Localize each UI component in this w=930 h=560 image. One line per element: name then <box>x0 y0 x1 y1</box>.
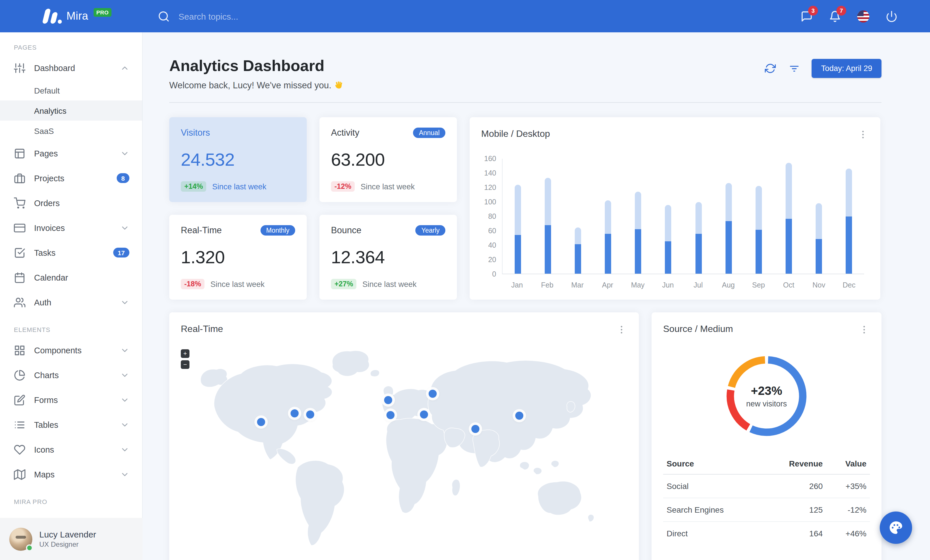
bar-mobile-segment <box>605 234 611 274</box>
map-marker <box>306 410 314 419</box>
stat-card-activity: ActivityAnnual63.200-12%Since last week <box>319 117 457 202</box>
bar-feb <box>533 159 563 274</box>
bar-desktop-segment <box>725 183 732 221</box>
x-tick-label: Jun <box>653 281 684 289</box>
y-tick-label: 40 <box>488 241 496 249</box>
header-divider <box>169 102 881 103</box>
filter-icon[interactable] <box>788 61 801 75</box>
sidebar-section-label: PAGES <box>0 32 142 55</box>
mira-logo-icon <box>42 9 61 24</box>
bar-chart: 020406080100120140160 JanFebMarAprMayJun… <box>481 159 869 293</box>
language-flag-icon[interactable] <box>857 10 869 23</box>
chevron-down-icon <box>120 469 129 479</box>
period-pill: Monthly <box>260 225 295 236</box>
search-input[interactable] <box>177 11 316 21</box>
sidebar-item-dashboard[interactable]: Dashboard <box>0 55 142 80</box>
x-tick-label: Jan <box>502 281 532 289</box>
brand[interactable]: Mira PRO <box>42 0 112 32</box>
bar-desktop-segment <box>785 163 792 219</box>
sidebar-item-icons[interactable]: Icons <box>0 437 142 462</box>
chevron-down-icon <box>120 223 129 232</box>
world-map-svg <box>181 340 627 560</box>
theme-palette-fab[interactable] <box>880 511 912 544</box>
user-avatar <box>9 528 32 551</box>
navbar-search <box>157 0 316 32</box>
map-marker <box>384 396 392 404</box>
sidebar-item-charts[interactable]: Charts <box>0 362 142 387</box>
sidebar-subitem-default[interactable]: Default <box>0 80 142 100</box>
sidebar-section-label: MIRA PRO <box>0 487 142 510</box>
sidebar-subitem-saas[interactable]: SaaS <box>0 121 142 141</box>
stat-title: Bounce <box>331 225 361 236</box>
map-zoom-out-button[interactable]: − <box>181 360 189 369</box>
bar-desktop-segment <box>756 186 762 230</box>
sidebar-item-calendar[interactable]: Calendar <box>0 265 142 290</box>
map-zoom-in-button[interactable]: + <box>181 349 189 358</box>
sidebar-item-tables[interactable]: Tables <box>0 412 142 437</box>
bar-mobile-segment <box>785 219 792 274</box>
bottom-grid: Real-Time + − <box>169 312 881 560</box>
more-vertical-icon[interactable] <box>858 324 870 335</box>
stat-title: Activity <box>331 127 359 138</box>
sidebar-item-forms[interactable]: Forms <box>0 387 142 412</box>
sidebar-item-label: Auth <box>34 298 115 307</box>
search-icon[interactable] <box>157 10 170 23</box>
stat-note: Since last week <box>210 280 265 288</box>
cart-icon <box>14 197 25 209</box>
sidebar-item-label: Charts <box>34 370 115 380</box>
sidebar-item-label: Pages <box>34 149 115 158</box>
bar-desktop-segment <box>665 205 671 241</box>
bar-sep <box>744 159 774 274</box>
pro-badge: PRO <box>94 8 112 17</box>
stat-card-visitors: Visitors24.532+14%Since last week <box>169 117 307 202</box>
power-logout-icon[interactable] <box>885 10 898 23</box>
check-square-icon <box>14 247 25 258</box>
bar-mobile-segment <box>514 235 521 274</box>
chevron-down-icon <box>120 370 129 380</box>
x-tick-label: May <box>623 281 653 289</box>
sidebar-item-maps[interactable]: Maps <box>0 462 142 487</box>
brand-name: Mira <box>66 10 88 23</box>
page-header: Analytics Dashboard Welcome back, Lucy! … <box>169 57 881 91</box>
sidebar-item-projects[interactable]: Projects8 <box>0 166 142 190</box>
chevron-up-icon <box>120 63 129 72</box>
sidebar-item-label: Components <box>34 345 115 355</box>
refresh-icon[interactable] <box>763 61 777 75</box>
realtime-map-card: Real-Time + − <box>169 312 639 560</box>
messages-icon[interactable]: 3 <box>800 10 813 23</box>
edit-icon <box>14 394 25 405</box>
sidebar-item-label: Invoices <box>34 223 115 232</box>
navbar-actions: 3 7 <box>800 0 898 32</box>
y-tick-label: 0 <box>492 270 496 278</box>
sidebar-item-label: Dashboard <box>34 63 115 72</box>
sidebar-item-auth[interactable]: Auth <box>0 290 142 315</box>
bar-mobile-segment <box>695 234 702 274</box>
sidebar-item-pages[interactable]: Pages <box>0 141 142 166</box>
map-marker <box>471 425 479 433</box>
source-card-title: Source / Medium <box>663 324 733 334</box>
world-map <box>181 340 627 560</box>
notifications-bell-icon[interactable]: 7 <box>828 10 841 23</box>
table-row-social: Social260+35% <box>663 474 870 498</box>
x-tick-label: Nov <box>804 281 834 289</box>
sidebar-item-components[interactable]: Components <box>0 338 142 362</box>
sidebar-item-label: Forms <box>34 395 115 404</box>
credit-card-icon <box>14 222 25 233</box>
more-vertical-icon[interactable] <box>857 129 869 140</box>
sidebar-item-tasks[interactable]: Tasks17 <box>0 240 142 265</box>
stat-value: 63.200 <box>331 149 445 170</box>
stat-note: Since last week <box>212 182 266 191</box>
x-tick-label: Oct <box>774 281 804 289</box>
sidebar-item-label: Projects <box>34 173 117 183</box>
list-icon <box>14 419 25 430</box>
chevron-down-icon <box>120 149 129 158</box>
sidebar-item-invoices[interactable]: Invoices <box>0 215 142 240</box>
today-date-button[interactable]: Today: April 29 <box>812 59 881 78</box>
sidebar-item-orders[interactable]: Orders <box>0 190 142 215</box>
more-vertical-icon[interactable] <box>616 324 627 335</box>
stat-title: Real-Time <box>181 225 222 236</box>
chevron-down-icon <box>120 298 129 307</box>
sidebar-user[interactable]: Lucy Lavender UX Designer <box>0 518 143 560</box>
sidebar-subitem-analytics[interactable]: Analytics <box>0 100 142 121</box>
bar-apr <box>593 159 623 274</box>
